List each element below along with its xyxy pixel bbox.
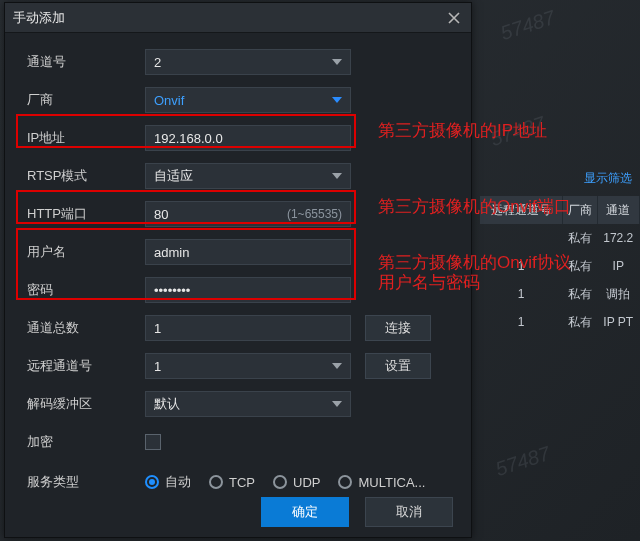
connect-button[interactable]: 连接 (365, 315, 431, 341)
annotation-port: 第三方摄像机的Onvif端口 (378, 197, 571, 217)
radio-auto[interactable]: 自动 (145, 473, 191, 491)
col-channel: 通道 (597, 196, 640, 224)
dialog-title: 手动添加 (13, 9, 65, 27)
encrypt-checkbox[interactable] (145, 434, 161, 450)
http-port-value: 80 (154, 207, 168, 222)
decode-buffer-label: 解码缓冲区 (27, 395, 145, 413)
table-row[interactable]: 私有172.2 (480, 224, 640, 252)
rtsp-select[interactable]: 自适应 (145, 163, 351, 189)
rtsp-label: RTSP模式 (27, 167, 145, 185)
radio-icon (338, 475, 352, 489)
dialog-titlebar: 手动添加 (5, 3, 471, 33)
settings-button[interactable]: 设置 (365, 353, 431, 379)
username-input[interactable]: admin (145, 239, 351, 265)
radio-icon (209, 475, 223, 489)
password-input[interactable]: •••••••• (145, 277, 351, 303)
ip-input[interactable]: 192.168.0.0 (145, 125, 351, 151)
radio-icon (273, 475, 287, 489)
watermark: 57487 (498, 6, 558, 45)
radio-multicast[interactable]: MULTICA... (338, 475, 425, 490)
total-channels-label: 通道总数 (27, 319, 145, 337)
encrypt-label: 加密 (27, 433, 145, 451)
service-type-radios: 自动 TCP UDP MULTICA... (145, 473, 425, 491)
radio-udp[interactable]: UDP (273, 475, 320, 490)
cancel-button[interactable]: 取消 (365, 497, 453, 527)
remote-channel-label: 远程通道号 (27, 357, 145, 375)
password-label: 密码 (27, 281, 145, 299)
remote-channel-select[interactable]: 1 (145, 353, 351, 379)
annotation-ip: 第三方摄像机的IP地址 (378, 121, 547, 141)
table-row[interactable]: 1私有IP PT (480, 308, 640, 336)
vendor-select[interactable]: Onvif (145, 87, 351, 113)
channel-select[interactable]: 2 (145, 49, 351, 75)
radio-tcp[interactable]: TCP (209, 475, 255, 490)
ok-button[interactable]: 确定 (261, 497, 349, 527)
http-port-hint: (1~65535) (287, 207, 342, 221)
vendor-label: 厂商 (27, 91, 145, 109)
watermark: 57487 (493, 442, 553, 481)
annotation-cred-line1: 第三方摄像机的Onvif协议 (378, 253, 571, 273)
filter-link[interactable]: 显示筛选 (480, 170, 640, 196)
http-port-label: HTTP端口 (27, 205, 145, 223)
table-row[interactable]: 1私有调拍 (480, 280, 640, 308)
http-port-input[interactable]: 80 (1~65535) (145, 201, 351, 227)
service-type-label: 服务类型 (27, 473, 145, 491)
ip-label: IP地址 (27, 129, 145, 147)
annotation-cred-line2: 用户名与密码 (378, 273, 480, 293)
decode-buffer-select[interactable]: 默认 (145, 391, 351, 417)
channel-label: 通道号 (27, 53, 145, 71)
total-channels-input[interactable]: 1 (145, 315, 351, 341)
close-icon[interactable] (445, 9, 463, 27)
username-label: 用户名 (27, 243, 145, 261)
radio-icon (145, 475, 159, 489)
